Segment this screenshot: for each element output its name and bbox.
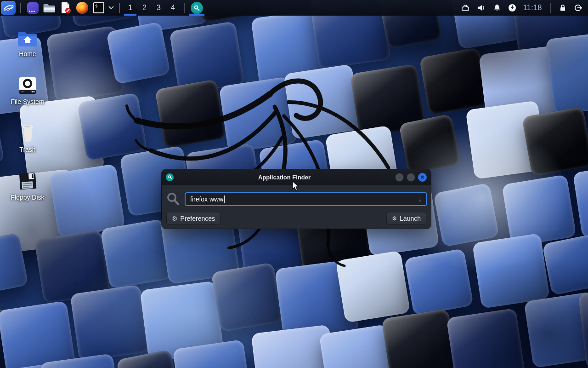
desktop-icon-label: Home	[19, 50, 36, 58]
kali-logo-icon	[3, 3, 14, 13]
close-icon: ✕	[420, 175, 424, 180]
top-panel: $_ 1 2 3 4	[0, 0, 588, 16]
search-input-value: firefox www	[190, 196, 223, 203]
launch-icon: ⚙	[392, 216, 397, 221]
search-row: firefox www ↓	[162, 185, 431, 207]
desktop-icon-label: Floppy Disk	[11, 194, 44, 201]
xterm-launcher[interactable]: $_	[92, 1, 105, 14]
wallpaper-cube	[399, 114, 461, 175]
search-input[interactable]: firefox www ↓	[185, 192, 427, 206]
application-finder-icon	[191, 2, 203, 14]
chevron-down-icon	[108, 6, 114, 10]
wallpaper-cube	[77, 92, 147, 161]
applications-menu-button[interactable]	[1, 1, 16, 15]
trash-bin-icon	[18, 121, 37, 143]
wallpaper-cube	[70, 284, 150, 362]
dialog-actions: ⚙ Preferences ⚙ Launch	[162, 207, 431, 224]
titlebar[interactable]: Application Finder ✕	[162, 169, 431, 185]
wallpaper-cube	[472, 233, 550, 309]
search-icon	[166, 192, 180, 207]
workspace-4[interactable]: 4	[166, 0, 180, 16]
desktop-icon-label: File System	[11, 98, 44, 105]
launch-button-label: Launch	[400, 215, 421, 222]
preferences-button-label: Preferences	[181, 215, 215, 222]
panel-tray: 11:18	[461, 0, 588, 16]
notifications-tray-button[interactable]	[493, 4, 501, 12]
file-manager-launcher[interactable]	[43, 1, 56, 14]
window-controls: ✕	[395, 173, 427, 182]
xterm-icon: $_	[93, 2, 104, 13]
workspace-3[interactable]: 3	[152, 0, 166, 16]
window-title: Application Finder	[174, 174, 395, 181]
desktop-icon-home[interactable]: Home	[4, 26, 51, 74]
panel-separator	[184, 3, 185, 13]
text-editor-icon	[60, 2, 72, 14]
wallpaper-cube	[211, 262, 283, 332]
volume-icon	[477, 4, 486, 12]
hard-drive-icon	[18, 74, 37, 95]
workspace-1-label: 1	[128, 4, 132, 12]
floppy-disk-icon	[18, 169, 37, 190]
workspace-2[interactable]: 2	[137, 0, 152, 16]
desktop-icon-floppy-disk[interactable]: Floppy Disk	[4, 169, 51, 217]
desktop: $_ 1 2 3 4	[0, 0, 588, 368]
wallpaper-cube	[106, 22, 171, 85]
text-caret	[224, 196, 225, 203]
wallpaper-cube	[419, 47, 489, 115]
wallpaper-cube	[154, 79, 226, 149]
desktop-icon-trash[interactable]: Trash	[4, 121, 51, 169]
panel-separator	[119, 3, 120, 13]
wallpaper-cube	[0, 301, 76, 368]
lock-icon	[559, 4, 567, 12]
wallpaper-cube	[433, 183, 499, 247]
bell-icon	[493, 4, 501, 12]
clock[interactable]: 11:18	[523, 4, 542, 12]
file-manager-icon	[43, 2, 55, 13]
maximize-button[interactable]	[407, 173, 415, 182]
minimize-button[interactable]	[395, 173, 404, 182]
desktop-icon-file-system[interactable]: File System	[4, 74, 51, 121]
power-manager-tray-button[interactable]	[508, 4, 516, 12]
text-editor-launcher[interactable]	[59, 1, 72, 14]
wallpaper-cube	[542, 234, 588, 295]
wallpaper-cube	[381, 309, 458, 368]
workspace-4-label: 4	[171, 4, 175, 12]
wallpaper-cube	[404, 248, 474, 316]
wallpaper-cube	[283, 64, 362, 140]
preferences-button[interactable]: ⚙ Preferences	[166, 212, 220, 224]
home-folder-icon	[17, 26, 38, 47]
terminal-icon	[27, 2, 39, 14]
panel-left: $_ 1 2 3 4	[0, 0, 205, 16]
network-icon	[461, 4, 470, 12]
volume-tray-button[interactable]	[477, 4, 486, 12]
wallpaper-cube	[446, 308, 525, 368]
wallpaper-cube	[524, 292, 588, 368]
desktop-icon-label: Trash	[19, 146, 35, 153]
firefox-icon	[76, 2, 88, 14]
application-finder-window: Application Finder ✕ firefox www ↓ ⚙ Pre…	[162, 169, 431, 229]
panel-separator	[20, 3, 21, 13]
wallpaper-cube	[522, 106, 588, 176]
window-app-icon	[166, 173, 174, 181]
launcher-dropdown-button[interactable]	[108, 6, 114, 10]
workspace-2-label: 2	[142, 4, 147, 12]
logout-icon	[574, 4, 582, 12]
workspace-1[interactable]: 1	[123, 0, 137, 16]
panel-separator	[550, 3, 551, 13]
lock-screen-button[interactable]	[559, 4, 567, 12]
close-button[interactable]: ✕	[418, 173, 427, 182]
wallpaper-cube	[335, 250, 410, 323]
logout-button[interactable]	[574, 4, 582, 12]
network-tray-button[interactable]	[461, 4, 470, 12]
workspace-3-label: 3	[157, 4, 161, 12]
launch-button[interactable]: ⚙ Launch	[386, 212, 426, 224]
firefox-launcher[interactable]	[76, 1, 89, 14]
gear-icon: ⚙	[172, 215, 178, 222]
application-finder-taskbar-button[interactable]	[188, 0, 205, 16]
desktop-icons: Home File System	[4, 26, 51, 217]
power-battery-icon	[508, 4, 516, 12]
terminal-launcher[interactable]	[26, 1, 39, 14]
dropdown-arrow-icon[interactable]: ↓	[418, 195, 422, 203]
